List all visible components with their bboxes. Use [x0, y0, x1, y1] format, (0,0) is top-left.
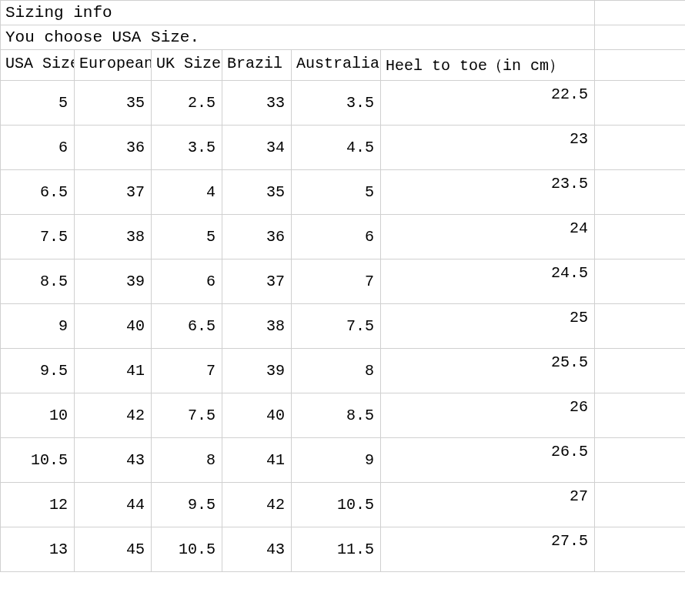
empty-cell	[595, 170, 685, 215]
cell-australia: 11.5	[292, 527, 381, 572]
empty-cell	[595, 126, 685, 170]
empty-cell	[595, 393, 685, 438]
cell-brazil: 38	[222, 304, 292, 349]
cell-european: 40	[75, 304, 152, 349]
title-row: Sizing info	[1, 1, 686, 25]
cell-uk: 5	[152, 215, 222, 259]
cell-brazil: 42	[222, 483, 292, 527]
cell-european: 44	[75, 483, 152, 527]
cell-european: 35	[75, 81, 152, 126]
cell-heel-to-toe: 27	[381, 483, 595, 527]
table-row: 6.537435523.5	[1, 170, 686, 215]
cell-european: 41	[75, 349, 152, 393]
table-title: Sizing info	[1, 1, 595, 25]
cell-european: 42	[75, 393, 152, 438]
cell-uk: 9.5	[152, 483, 222, 527]
cell-european: 45	[75, 527, 152, 572]
cell-brazil: 34	[222, 126, 292, 170]
empty-cell	[595, 527, 685, 572]
cell-usa: 8.5	[1, 259, 75, 304]
empty-cell	[595, 25, 685, 50]
cell-usa: 6.5	[1, 170, 75, 215]
cell-uk: 7.5	[152, 393, 222, 438]
cell-usa: 7.5	[1, 215, 75, 259]
cell-usa: 13	[1, 527, 75, 572]
cell-brazil: 39	[222, 349, 292, 393]
table-row: 10427.5408.526	[1, 393, 686, 438]
cell-heel-to-toe: 25.5	[381, 349, 595, 393]
cell-uk: 8	[152, 438, 222, 483]
table-row: 9.541739825.5	[1, 349, 686, 393]
cell-heel-to-toe: 24.5	[381, 259, 595, 304]
cell-australia: 8.5	[292, 393, 381, 438]
cell-uk: 6.5	[152, 304, 222, 349]
table-row: 8.539637724.5	[1, 259, 686, 304]
cell-european: 39	[75, 259, 152, 304]
cell-uk: 7	[152, 349, 222, 393]
cell-heel-to-toe: 23	[381, 126, 595, 170]
col-header-heel-to-toe: Heel to toe（in cm）	[381, 50, 595, 81]
cell-australia: 4.5	[292, 126, 381, 170]
empty-cell	[595, 349, 685, 393]
cell-usa: 9.5	[1, 349, 75, 393]
cell-australia: 9	[292, 438, 381, 483]
cell-australia: 10.5	[292, 483, 381, 527]
header-row: USA Size European UK Size Brazil Austral…	[1, 50, 686, 81]
empty-cell	[595, 304, 685, 349]
cell-uk: 2.5	[152, 81, 222, 126]
empty-cell	[595, 259, 685, 304]
cell-brazil: 41	[222, 438, 292, 483]
cell-usa: 9	[1, 304, 75, 349]
cell-heel-to-toe: 25	[381, 304, 595, 349]
cell-usa: 10.5	[1, 438, 75, 483]
cell-heel-to-toe: 27.5	[381, 527, 595, 572]
cell-brazil: 35	[222, 170, 292, 215]
cell-european: 43	[75, 438, 152, 483]
cell-european: 37	[75, 170, 152, 215]
cell-brazil: 33	[222, 81, 292, 126]
cell-brazil: 37	[222, 259, 292, 304]
cell-brazil: 36	[222, 215, 292, 259]
cell-uk: 4	[152, 170, 222, 215]
col-header-australia: Australia	[292, 50, 381, 81]
cell-australia: 6	[292, 215, 381, 259]
col-header-european: European	[75, 50, 152, 81]
table-row: 5352.5333.522.5	[1, 81, 686, 126]
cell-uk: 3.5	[152, 126, 222, 170]
cell-heel-to-toe: 24	[381, 215, 595, 259]
cell-usa: 6	[1, 126, 75, 170]
table-row: 12449.54210.527	[1, 483, 686, 527]
empty-header	[595, 50, 685, 81]
table-row: 10.543841926.5	[1, 438, 686, 483]
empty-cell	[595, 1, 685, 25]
cell-heel-to-toe: 23.5	[381, 170, 595, 215]
table-row: 9406.5387.525	[1, 304, 686, 349]
table-row: 6363.5344.523	[1, 126, 686, 170]
cell-australia: 7.5	[292, 304, 381, 349]
cell-brazil: 43	[222, 527, 292, 572]
cell-heel-to-toe: 26	[381, 393, 595, 438]
cell-uk: 10.5	[152, 527, 222, 572]
cell-australia: 3.5	[292, 81, 381, 126]
cell-uk: 6	[152, 259, 222, 304]
cell-australia: 7	[292, 259, 381, 304]
cell-usa: 5	[1, 81, 75, 126]
subtitle-row: You choose USA Size.	[1, 25, 686, 50]
col-header-uk: UK Size	[152, 50, 222, 81]
cell-heel-to-toe: 22.5	[381, 81, 595, 126]
col-header-brazil: Brazil	[222, 50, 292, 81]
cell-australia: 8	[292, 349, 381, 393]
empty-cell	[595, 438, 685, 483]
cell-european: 36	[75, 126, 152, 170]
sizing-table: Sizing info You choose USA Size. USA Siz…	[0, 0, 685, 572]
col-header-usa: USA Size	[1, 50, 75, 81]
cell-european: 38	[75, 215, 152, 259]
cell-heel-to-toe: 26.5	[381, 438, 595, 483]
cell-brazil: 40	[222, 393, 292, 438]
empty-cell	[595, 81, 685, 126]
table-row: 134510.54311.527.5	[1, 527, 686, 572]
table-row: 7.538536624	[1, 215, 686, 259]
cell-usa: 10	[1, 393, 75, 438]
table-subtitle: You choose USA Size.	[1, 25, 595, 50]
empty-cell	[595, 215, 685, 259]
